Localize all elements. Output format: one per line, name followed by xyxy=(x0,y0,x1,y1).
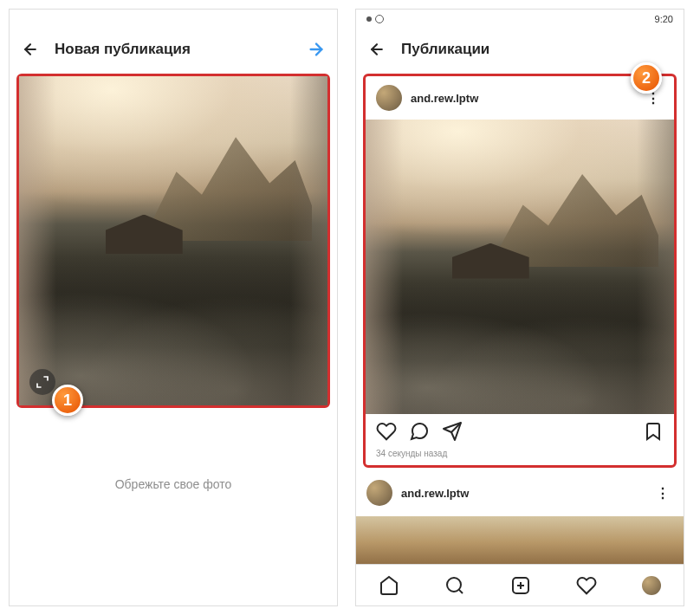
status-circle-icon xyxy=(375,15,384,23)
phone-feed: 9:20 Публикации 2 and.rew.lptw ⋮ xyxy=(355,9,684,606)
post-timestamp: 34 секунды назад xyxy=(366,449,674,465)
share-button[interactable] xyxy=(442,421,463,442)
home-tab[interactable] xyxy=(379,575,399,596)
activity-tab[interactable] xyxy=(576,575,597,596)
search-tab[interactable] xyxy=(444,575,465,596)
crop-hint-text: Обрежьте свое фото xyxy=(10,477,337,491)
back-button[interactable] xyxy=(20,39,41,60)
header: Публикации xyxy=(356,29,684,70)
comment-button[interactable] xyxy=(409,421,430,442)
post-image-2[interactable] xyxy=(356,516,684,568)
bottom-nav xyxy=(356,564,684,605)
post-actions xyxy=(366,414,674,449)
step-badge-1: 1 xyxy=(52,385,83,416)
post-username[interactable]: and.rew.lptw xyxy=(401,487,644,500)
page-title: Публикации xyxy=(401,41,673,58)
step-badge-2: 2 xyxy=(631,62,662,94)
phone-new-post: Новая публикация 1 Обрежьте свое фото xyxy=(9,9,338,606)
avatar[interactable] xyxy=(376,85,402,111)
post-username[interactable]: and.rew.lptw xyxy=(411,92,634,105)
bookmark-button[interactable] xyxy=(643,421,664,442)
header: Новая публикация xyxy=(10,29,337,70)
page-title: Новая публикация xyxy=(55,41,292,58)
status-bar xyxy=(10,10,337,29)
svg-point-5 xyxy=(447,578,461,592)
badge-number: 1 xyxy=(63,392,72,410)
highlight-box-2: 2 and.rew.lptw ⋮ xyxy=(363,74,677,468)
crop-preview[interactable] xyxy=(19,76,327,405)
highlight-box-1: 1 xyxy=(16,74,330,408)
status-dot-icon xyxy=(366,16,372,22)
photo-preview xyxy=(19,76,327,405)
post-header: and.rew.lptw ⋮ xyxy=(366,76,674,120)
status-bar: 9:20 xyxy=(356,10,684,29)
status-time: 9:20 xyxy=(655,14,673,24)
svg-line-6 xyxy=(459,589,463,592)
avatar[interactable] xyxy=(366,480,392,506)
back-button[interactable] xyxy=(366,39,387,60)
profile-tab[interactable] xyxy=(642,576,661,595)
like-button[interactable] xyxy=(376,421,397,442)
post-image[interactable] xyxy=(366,120,674,414)
next-button[interactable] xyxy=(306,39,327,60)
badge-number: 2 xyxy=(642,69,651,87)
more-options-button[interactable]: ⋮ xyxy=(652,482,673,505)
expand-crop-button[interactable] xyxy=(29,369,55,395)
add-post-tab[interactable] xyxy=(510,575,531,596)
post-header-2: and.rew.lptw ⋮ xyxy=(356,471,684,515)
